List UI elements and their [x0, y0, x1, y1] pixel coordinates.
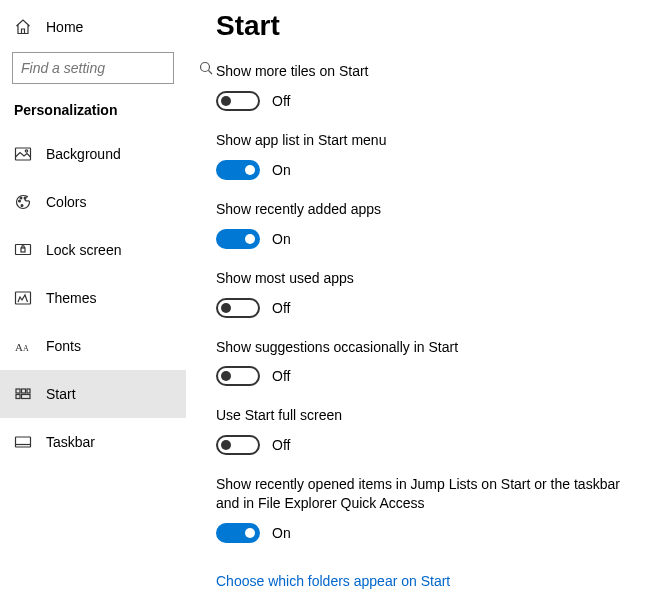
- svg-point-5: [24, 197, 26, 199]
- sidebar-item-themes[interactable]: Themes: [0, 274, 186, 322]
- toggle-state: Off: [272, 300, 290, 316]
- toggle-recentapps[interactable]: [216, 229, 260, 249]
- setting-moretiles: Show more tiles on StartOff: [216, 62, 638, 111]
- search-input[interactable]: [21, 60, 198, 76]
- start-icon: [14, 385, 32, 403]
- sidebar-item-lockscreen[interactable]: Lock screen: [0, 226, 186, 274]
- svg-rect-15: [16, 395, 20, 399]
- toggle-state: On: [272, 231, 291, 247]
- toggle-suggestions[interactable]: [216, 366, 260, 386]
- sidebar-item-colors[interactable]: Colors: [0, 178, 186, 226]
- setting-suggestions: Show suggestions occasionally in StartOf…: [216, 338, 638, 387]
- svg-rect-17: [16, 437, 31, 447]
- sidebar-item-label: Background: [46, 146, 121, 162]
- svg-point-2: [25, 150, 27, 152]
- setting-jumplists: Show recently opened items in Jump Lists…: [216, 475, 638, 543]
- sidebar-item-label: Taskbar: [46, 434, 95, 450]
- lockscreen-icon: [14, 241, 32, 259]
- sidebar-item-label: Fonts: [46, 338, 81, 354]
- sidebar: Home Personalization BackgroundColorsLoc…: [0, 0, 186, 606]
- toggle-row: Off: [216, 91, 638, 111]
- setting-label: Show recently opened items in Jump Lists…: [216, 475, 638, 513]
- svg-point-4: [20, 197, 22, 199]
- setting-recentapps: Show recently added appsOn: [216, 200, 638, 249]
- sidebar-item-label: Colors: [46, 194, 86, 210]
- svg-rect-14: [27, 389, 30, 393]
- toggle-applist[interactable]: [216, 160, 260, 180]
- toggle-row: Off: [216, 298, 638, 318]
- toggle-state: Off: [272, 437, 290, 453]
- setting-label: Show most used apps: [216, 269, 638, 288]
- toggle-mostused[interactable]: [216, 298, 260, 318]
- fonts-icon: AA: [14, 337, 32, 355]
- toggle-fullscreen[interactable]: [216, 435, 260, 455]
- setting-label: Show app list in Start menu: [216, 131, 638, 150]
- taskbar-icon: [14, 433, 32, 451]
- setting-label: Show more tiles on Start: [216, 62, 638, 81]
- sidebar-item-label: Lock screen: [46, 242, 121, 258]
- themes-icon: [14, 289, 32, 307]
- toggle-state: Off: [272, 368, 290, 384]
- home-label: Home: [46, 19, 83, 35]
- toggle-moretiles[interactable]: [216, 91, 260, 111]
- background-icon: [14, 145, 32, 163]
- setting-label: Use Start full screen: [216, 406, 638, 425]
- colors-icon: [14, 193, 32, 211]
- toggle-row: On: [216, 160, 638, 180]
- sidebar-item-fonts[interactable]: AAFonts: [0, 322, 186, 370]
- main-panel: Start Show more tiles on StartOffShow ap…: [186, 0, 650, 606]
- section-title: Personalization: [0, 98, 186, 130]
- svg-rect-16: [22, 395, 31, 399]
- toggle-row: On: [216, 229, 638, 249]
- toggle-jumplists[interactable]: [216, 523, 260, 543]
- svg-text:A: A: [15, 341, 23, 353]
- sidebar-item-label: Themes: [46, 290, 97, 306]
- toggle-row: On: [216, 523, 638, 543]
- setting-mostused: Show most used appsOff: [216, 269, 638, 318]
- sidebar-item-start[interactable]: Start: [0, 370, 186, 418]
- svg-rect-13: [22, 389, 26, 393]
- home-icon: [14, 18, 32, 36]
- search-box[interactable]: [12, 52, 174, 84]
- svg-text:A: A: [23, 344, 29, 353]
- toggle-row: Off: [216, 366, 638, 386]
- setting-label: Show suggestions occasionally in Start: [216, 338, 638, 357]
- svg-rect-12: [16, 389, 20, 393]
- sidebar-item-label: Start: [46, 386, 76, 402]
- choose-folders-link[interactable]: Choose which folders appear on Start: [216, 573, 450, 589]
- toggle-state: On: [272, 525, 291, 541]
- svg-point-3: [19, 200, 21, 202]
- toggle-state: Off: [272, 93, 290, 109]
- sidebar-item-taskbar[interactable]: Taskbar: [0, 418, 186, 466]
- svg-point-6: [21, 205, 23, 207]
- svg-rect-8: [21, 248, 25, 252]
- page-title: Start: [216, 10, 638, 42]
- setting-label: Show recently added apps: [216, 200, 638, 219]
- home-nav[interactable]: Home: [0, 10, 186, 44]
- setting-applist: Show app list in Start menuOn: [216, 131, 638, 180]
- sidebar-item-background[interactable]: Background: [0, 130, 186, 178]
- toggle-row: Off: [216, 435, 638, 455]
- setting-fullscreen: Use Start full screenOff: [216, 406, 638, 455]
- toggle-state: On: [272, 162, 291, 178]
